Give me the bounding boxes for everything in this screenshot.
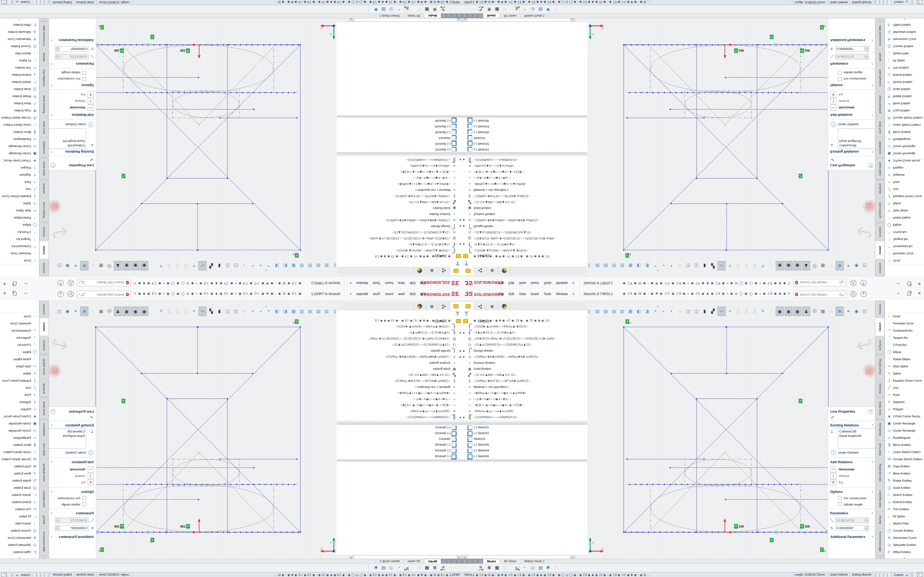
- menu-item-perimeter-circle[interactable]: ◌Perimeter Circle: [885, 320, 924, 327]
- tree-item[interactable]: ▶A○Ξ5ИN◎◦✤A✤◎ИNA○◦○AИN◎✤A✤◦◎ИNΞ5○: [337, 354, 462, 360]
- tree-item[interactable]: ◗Surface Bodies: [337, 211, 462, 217]
- document-tab-3d-views[interactable]: 3D Views: [500, 559, 520, 564]
- tree-item[interactable]: ▱○·◎✤○✳◉I○◦○I◉✳○✤◎·○: [337, 175, 462, 181]
- command-tab-markup[interactable]: Markup: [875, 50, 885, 64]
- disabled-icon[interactable]: ◌: [149, 307, 157, 316]
- command-tab-features[interactable]: Features: [39, 259, 49, 276]
- disabled-icon[interactable]: ◌: [767, 307, 775, 316]
- relation-item[interactable]: Equal length109: [839, 434, 875, 438]
- scrollbar-track[interactable]: [354, 18, 457, 21]
- tree-item[interactable]: ▥○Ξ5✤3ƐΞ5○ИN◎◦✤⊃C3ƐU3ƐΞ5○◦○Ξ53ƐU3Ɛ⊃C✤◦◎И…: [337, 336, 462, 342]
- menu-edit[interactable]: Edit: [509, 292, 514, 296]
- tree-item[interactable]: ▱○·◎✤○✳◉I○◦○I◉✳○✤◎·○: [462, 396, 587, 402]
- sketch-gray-lines[interactable]: [82, 45, 274, 125]
- undo-icon[interactable]: ↩: [199, 261, 207, 270]
- menu-edit[interactable]: Edit: [410, 281, 415, 285]
- boundary-icon[interactable]: ▦: [627, 307, 634, 316]
- expand-arrow-icon[interactable]: ▶: [463, 243, 465, 246]
- tree-item[interactable]: Σ○Ξ5ИN◎◦✤AUᴾ3Ɛ○◦○3ƐᴾUA✤◦◎ИNΞ5○: [462, 378, 587, 384]
- camera-icon[interactable]: ◉: [64, 307, 71, 316]
- for-construction-checkbox[interactable]: For construction: [58, 496, 86, 500]
- menu-item-silhouette-entities[interactable]: ◶Silhouette Entities: [885, 28, 924, 35]
- first-tab-icon[interactable]: «: [457, 13, 462, 18]
- command-tab-mesh-modeling[interactable]: Mesh Modeling: [39, 92, 49, 117]
- document-tab-model[interactable]: Model: [483, 13, 500, 18]
- measure-icon[interactable]: ⊾: [405, 565, 409, 570]
- tree-item[interactable]: ▥○Ξ5✤3ƐΞ5○ИN◎◦✤⊃C3ƐU3ƐΞ5○◦○Ξ53ƐU3Ɛ⊃C✤◦◎И…: [337, 235, 462, 241]
- zebra-icon[interactable]: ▞: [207, 307, 215, 316]
- view-style-icon[interactable]: ♟: [114, 307, 122, 316]
- tree-item[interactable]: ⌖○ИNo϶ϵo♟◎○◦○◎♟oϵ϶oИN○: [337, 163, 462, 169]
- document-tab-3d-views[interactable]: 3D Views: [404, 559, 424, 564]
- command-tab-surfaces[interactable]: Surfaces: [875, 337, 885, 354]
- menu-item-scale-entities[interactable]: ◲Scale Entities: [0, 85, 39, 93]
- command-tab-data-migration[interactable]: Data Migration: [39, 486, 49, 512]
- tree-item[interactable]: ◗Surface Bodies: [337, 360, 462, 366]
- render-icon[interactable]: ✱: [836, 307, 844, 316]
- collapse-chevron-icon[interactable]: ∧: [51, 511, 53, 514]
- relation-item[interactable]: Equal length109: [49, 139, 85, 143]
- fillet-icon[interactable]: ◓: [265, 261, 273, 270]
- document-tab-motion-study-1[interactable]: Motion Study 1: [520, 13, 549, 18]
- spinner[interactable]: ▲▼: [865, 517, 869, 524]
- expand-chevron-icon[interactable]: ∨: [871, 39, 873, 42]
- user-account-icon[interactable]: [850, 291, 856, 297]
- zebra-icon[interactable]: ▞: [709, 261, 717, 270]
- disabled-icon[interactable]: ▒: [743, 307, 750, 316]
- menu-item-spline[interactable]: ∿Spline: [885, 200, 924, 207]
- menu-item-centerpoint-arc[interactable]: ◠Centerpoint Arc: [0, 327, 39, 334]
- menu-item-linear-sketch-pattern[interactable]: ∷Linear Sketch Pattern: [0, 121, 39, 128]
- display-manager-tab[interactable]: [498, 266, 510, 275]
- infinite-length-checkbox[interactable]: Infinite length: [61, 502, 86, 506]
- disabled-icon[interactable]: ▒: [166, 307, 173, 316]
- menu-item-fit-spline[interactable]: ∟Fit Spline: [885, 513, 924, 520]
- expand-arrow-icon[interactable]: ▶: [463, 219, 465, 221]
- for-construction-checkbox[interactable]: For construction: [838, 77, 866, 81]
- menu-item-fit-spline[interactable]: ∟Fit Spline: [885, 57, 924, 64]
- tree-item[interactable]: ▶A○Ξ5ИN◎◦✤A✤◎ИNA○◦○AИN◎✤A✤◦◎ИNΞ5○: [462, 217, 587, 223]
- menu-window[interactable]: Window: [356, 292, 368, 296]
- menu-item-ellipse[interactable]: ◯Ellipse: [0, 221, 39, 228]
- checkbox-icon[interactable]: [82, 502, 86, 506]
- cut-extrude-icon[interactable]: ◧: [635, 261, 642, 270]
- tag-editor-icon[interactable]: [2, 0, 7, 5]
- relations-listbox[interactable]: Collinear108 Equal length109: [838, 428, 876, 448]
- vertical-relation-button[interactable]: ❘Vertical: [75, 473, 94, 479]
- command-tab-features[interactable]: Features: [39, 301, 49, 318]
- sketch-list-item[interactable]: (-) Sketch4: [462, 123, 587, 129]
- expand-arrow-icon[interactable]: ▶: [459, 416, 461, 419]
- render-icon[interactable]: ✱: [836, 261, 844, 270]
- collapse-chevron-icon[interactable]: ∧: [871, 63, 873, 66]
- disabled-icon[interactable]: ▒: [751, 261, 758, 270]
- menu-window[interactable]: Window: [556, 281, 568, 285]
- sketch-list-item[interactable]: (-) Sketch5: [462, 129, 587, 135]
- menu-item-point[interactable]: ▪Point: [0, 392, 39, 399]
- insert-icon[interactable]: ↓: [240, 307, 248, 316]
- command-tab-evaluate[interactable]: Evaluate: [875, 180, 885, 198]
- menu-item-3-point-center-recta-[interactable]: ◈3 Point Center Recta...: [0, 413, 39, 420]
- clock-icon[interactable]: ◶: [531, 565, 535, 570]
- menu-item-partial-ellipse[interactable]: ◔Partial Ellipse: [885, 356, 924, 363]
- command-tab-weldments[interactable]: Weldments: [39, 419, 49, 439]
- checkbox-icon[interactable]: [838, 502, 842, 506]
- tree-item[interactable]: ▶A○Ξ5ИN◎◦✤A✤◎ИNA○◦○AИN◎✤A✤◦◎ИNΞ5○: [462, 354, 587, 360]
- menu-item-rotate-entities[interactable]: ↻Rotate Entities: [885, 477, 924, 484]
- sketch-gray-lines[interactable]: [82, 452, 274, 532]
- menu-item-circle[interactable]: ○Circle: [0, 257, 39, 264]
- command-tab-mold-tools[interactable]: Mold Tools: [875, 118, 885, 137]
- next-tab-icon[interactable]: ›: [472, 13, 478, 18]
- sketch-list-item[interactable]: (-) Sketch2: [462, 141, 587, 147]
- tree-root-item[interactable]: TЯPDL2.◉ ΞƎ ◉ Ш ◉ ◦ ◉ ✤ ◉ ⊃C ◉ ΞƎ ◉ · ◉ …: [462, 318, 587, 324]
- disabled-icon[interactable]: ▒: [735, 261, 742, 270]
- restore-button[interactable]: [908, 282, 911, 285]
- options-header[interactable]: Options: [830, 83, 843, 87]
- menu-item-style-spline[interactable]: ∾Style Spline: [885, 363, 924, 370]
- sketch-list-item[interactable]: (-) Sketch1: [462, 425, 587, 430]
- command-tab-markup[interactable]: Markup: [39, 513, 49, 527]
- menu-item-polygon[interactable]: ◇Polygon: [885, 164, 924, 171]
- menu-more-chevron[interactable]: »: [0, 556, 39, 559]
- menu-insert[interactable]: Insert: [531, 292, 539, 296]
- menu-item-convert-entities[interactable]: ◫Convert Entities: [0, 43, 39, 50]
- cube-icon[interactable]: ◰: [55, 307, 63, 316]
- menu-item-copy-entities[interactable]: ⊞Copy Entities: [885, 107, 924, 114]
